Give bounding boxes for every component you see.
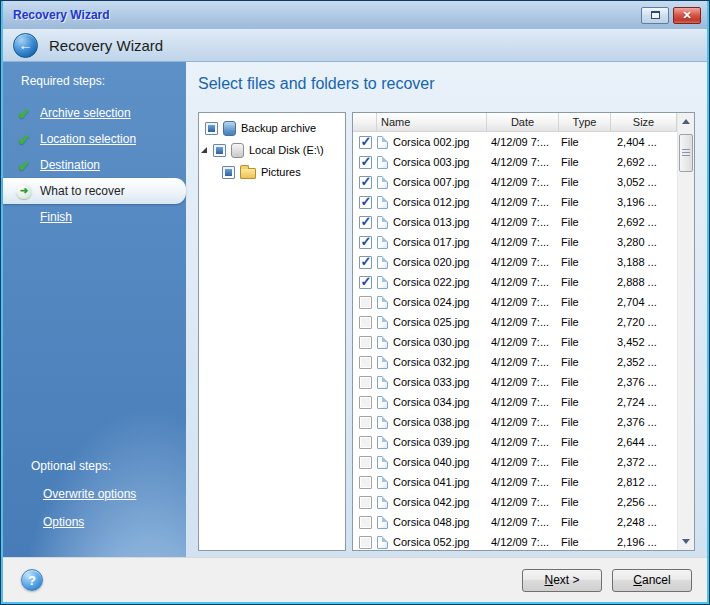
row-checkbox-cell <box>353 236 377 249</box>
tree-item-pictures[interactable]: Pictures <box>199 161 345 183</box>
row-checkbox-cell <box>353 476 377 489</box>
table-row[interactable]: Corsica 002.jpg4/12/09 7:...File2,404 ..… <box>353 132 677 152</box>
table-row[interactable]: Corsica 030.jpg4/12/09 7:...File3,452 ..… <box>353 332 677 352</box>
file-icon <box>377 216 388 229</box>
tree-checkbox-local-disk[interactable] <box>213 144 226 157</box>
table-row[interactable]: Corsica 039.jpg4/12/09 7:...File2,644 ..… <box>353 432 677 452</box>
file-date: 4/12/09 7:... <box>487 156 559 168</box>
table-row[interactable]: Corsica 020.jpg4/12/09 7:...File3,188 ..… <box>353 252 677 272</box>
tree-checkbox-backup-archive[interactable] <box>205 122 218 135</box>
file-name: Corsica 003.jpg <box>393 156 469 168</box>
scrollbar-thumb[interactable] <box>679 134 693 172</box>
sidebar-step-location-selection[interactable]: ✔Location selection <box>3 126 186 152</box>
row-checkbox-cell <box>353 416 377 429</box>
table-row[interactable]: Corsica 017.jpg4/12/09 7:...File3,280 ..… <box>353 232 677 252</box>
table-row[interactable]: Corsica 034.jpg4/12/09 7:...File2,724 ..… <box>353 392 677 412</box>
table-row[interactable]: Corsica 013.jpg4/12/09 7:...File2,692 ..… <box>353 212 677 232</box>
row-checkbox[interactable] <box>359 176 372 189</box>
table-row[interactable]: Corsica 048.jpg4/12/09 7:...File2,248 ..… <box>353 512 677 532</box>
column-header-checkbox[interactable] <box>353 113 377 131</box>
step-label: What to recover <box>40 184 125 198</box>
column-header-name[interactable]: Name <box>377 113 487 131</box>
back-button[interactable]: ← <box>13 33 38 58</box>
row-checkbox[interactable] <box>359 476 372 489</box>
step-label: Finish <box>40 210 72 224</box>
file-name: Corsica 042.jpg <box>393 496 469 508</box>
sidebar-link-options[interactable]: Options <box>43 515 186 529</box>
table-row[interactable]: Corsica 032.jpg4/12/09 7:...File2,352 ..… <box>353 352 677 372</box>
file-name-cell: Corsica 022.jpg <box>377 276 487 289</box>
table-row[interactable]: Corsica 007.jpg4/12/09 7:...File3,052 ..… <box>353 172 677 192</box>
table-row[interactable]: Corsica 040.jpg4/12/09 7:...File2,372 ..… <box>353 452 677 472</box>
row-checkbox[interactable] <box>359 316 372 329</box>
file-name: Corsica 022.jpg <box>393 276 469 288</box>
tree-item-local-disk[interactable]: Local Disk (E:\) <box>199 139 345 161</box>
row-checkbox-cell <box>353 336 377 349</box>
file-type: File <box>559 376 611 388</box>
sidebar-step-what-to-recover[interactable]: ➜What to recover <box>3 178 186 204</box>
next-button[interactable]: Next > <box>522 569 602 592</box>
table-row[interactable]: Corsica 024.jpg4/12/09 7:...File2,704 ..… <box>353 292 677 312</box>
file-name-cell: Corsica 040.jpg <box>377 456 487 469</box>
sidebar-step-archive-selection[interactable]: ✔Archive selection <box>3 100 186 126</box>
file-name-cell: Corsica 048.jpg <box>377 516 487 529</box>
sidebar-step-destination[interactable]: ✔Destination <box>3 152 186 178</box>
row-checkbox[interactable] <box>359 296 372 309</box>
scroll-down-button[interactable] <box>678 533 694 550</box>
restore-window-button[interactable] <box>641 7 669 24</box>
file-icon <box>377 476 388 489</box>
file-type: File <box>559 516 611 528</box>
row-checkbox[interactable] <box>359 396 372 409</box>
tree-checkbox-pictures[interactable] <box>222 166 235 179</box>
optional-steps-section: Optional steps: Overwrite options Option… <box>3 459 186 557</box>
table-row[interactable]: Corsica 042.jpg4/12/09 7:...File2,256 ..… <box>353 492 677 512</box>
table-row[interactable]: Corsica 041.jpg4/12/09 7:...File2,812 ..… <box>353 472 677 492</box>
step-label: Destination <box>40 158 100 172</box>
table-row[interactable]: Corsica 052.jpg4/12/09 7:...File2,196 ..… <box>353 532 677 550</box>
table-row[interactable]: Corsica 033.jpg4/12/09 7:...File2,376 ..… <box>353 372 677 392</box>
vertical-scrollbar[interactable] <box>677 113 694 550</box>
row-checkbox[interactable] <box>359 436 372 449</box>
table-row[interactable]: Corsica 022.jpg4/12/09 7:...File2,888 ..… <box>353 272 677 292</box>
row-checkbox[interactable] <box>359 236 372 249</box>
row-checkbox[interactable] <box>359 516 372 529</box>
row-checkbox[interactable] <box>359 256 372 269</box>
row-checkbox[interactable] <box>359 456 372 469</box>
row-checkbox-cell <box>353 436 377 449</box>
row-checkbox[interactable] <box>359 536 372 549</box>
row-checkbox[interactable] <box>359 356 372 369</box>
column-header-date[interactable]: Date <box>487 113 559 131</box>
tree-expander-icon[interactable] <box>201 147 207 153</box>
row-checkbox-cell <box>353 296 377 309</box>
row-checkbox[interactable] <box>359 496 372 509</box>
row-checkbox[interactable] <box>359 156 372 169</box>
file-size: 2,704 ... <box>611 296 677 308</box>
close-window-button[interactable]: ✕ <box>673 7 701 24</box>
column-header-type[interactable]: Type <box>559 113 611 131</box>
tree-item-backup-archive[interactable]: Backup archive <box>199 117 345 139</box>
sidebar-link-overwrite-options[interactable]: Overwrite options <box>43 487 186 501</box>
file-type: File <box>559 536 611 548</box>
sidebar-step-finish[interactable]: Finish <box>3 204 186 230</box>
table-row[interactable]: Corsica 025.jpg4/12/09 7:...File2,720 ..… <box>353 312 677 332</box>
row-checkbox[interactable] <box>359 216 372 229</box>
row-checkbox[interactable] <box>359 376 372 389</box>
row-checkbox[interactable] <box>359 336 372 349</box>
column-header-size[interactable]: Size <box>611 113 677 131</box>
row-checkbox[interactable] <box>359 136 372 149</box>
row-checkbox[interactable] <box>359 196 372 209</box>
cancel-button[interactable]: Cancel <box>612 569 692 592</box>
table-row[interactable]: Corsica 038.jpg4/12/09 7:...File2,376 ..… <box>353 412 677 432</box>
file-size: 2,196 ... <box>611 536 677 548</box>
scroll-up-button[interactable] <box>678 113 694 130</box>
table-row[interactable]: Corsica 003.jpg4/12/09 7:...File2,692 ..… <box>353 152 677 172</box>
file-date: 4/12/09 7:... <box>487 456 559 468</box>
steps-sidebar: Required steps: ✔Archive selection✔Locat… <box>3 62 186 557</box>
row-checkbox[interactable] <box>359 416 372 429</box>
help-button[interactable]: ? <box>21 569 43 591</box>
file-name-cell: Corsica 034.jpg <box>377 396 487 409</box>
row-checkbox[interactable] <box>359 276 372 289</box>
row-checkbox-cell <box>353 396 377 409</box>
table-row[interactable]: Corsica 012.jpg4/12/09 7:...File3,196 ..… <box>353 192 677 212</box>
titlebar[interactable]: Recovery Wizard ✕ <box>3 1 707 29</box>
